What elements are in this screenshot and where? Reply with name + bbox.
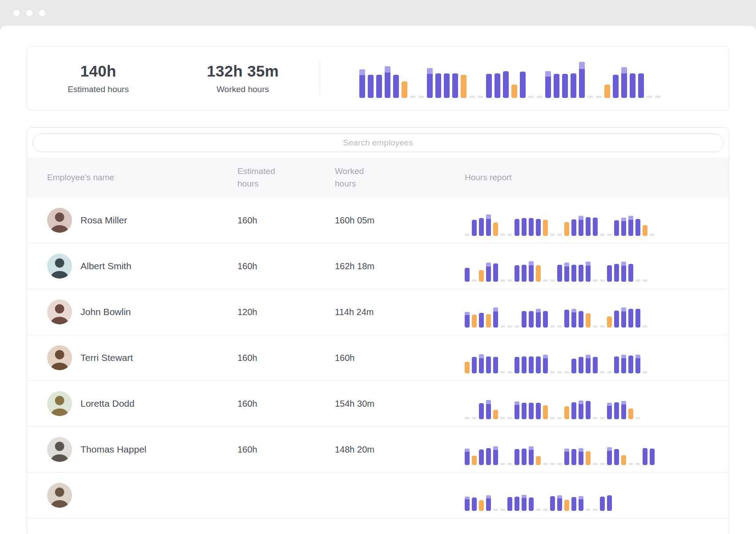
chart-empty-day xyxy=(600,325,605,328)
row-hours-chart[interactable] xyxy=(465,346,647,373)
row-hours-chart[interactable] xyxy=(465,208,655,236)
chart-empty-day xyxy=(655,96,661,98)
chart-bar xyxy=(550,496,555,511)
estimated-cell: 160h xyxy=(237,215,335,226)
chart-bar xyxy=(600,497,605,511)
chart-bar xyxy=(557,495,562,511)
table-row[interactable]: Loretta Dodd 160h 154h 30m xyxy=(27,381,729,427)
chart-empty-day xyxy=(587,96,593,98)
worked-cell: 154h 30m xyxy=(335,399,465,409)
chart-bar xyxy=(621,401,626,419)
employee-name: John Bowlin xyxy=(80,307,131,317)
chart-bar xyxy=(564,222,569,236)
chart-empty-day xyxy=(635,279,640,282)
window-dot[interactable] xyxy=(39,10,45,16)
chart-bar xyxy=(529,403,534,419)
chart-empty-day xyxy=(628,463,633,465)
chart-bar xyxy=(393,75,399,98)
chart-bar xyxy=(522,356,527,373)
chart-bar xyxy=(593,218,598,236)
chart-bar xyxy=(493,357,498,373)
chart-bar xyxy=(621,307,626,328)
chart-empty-day xyxy=(472,279,477,282)
chart-bar xyxy=(621,218,626,236)
chart-bar xyxy=(630,73,635,98)
chart-empty-day xyxy=(478,96,483,98)
chart-empty-day xyxy=(500,279,505,282)
chart-bar xyxy=(529,218,534,236)
chart-empty-day xyxy=(593,463,598,465)
employee-name: Loretta Dodd xyxy=(80,398,134,409)
chart-bar xyxy=(621,67,627,98)
chart-bar xyxy=(571,359,576,373)
chart-bar xyxy=(614,402,619,419)
chart-empty-day xyxy=(507,417,512,419)
chart-empty-day xyxy=(600,279,605,282)
chart-bar xyxy=(472,357,477,373)
search-input[interactable] xyxy=(32,134,724,152)
chart-empty-day xyxy=(507,463,512,465)
chart-bar xyxy=(465,362,470,373)
chart-bar xyxy=(586,355,591,373)
chart-empty-day xyxy=(515,325,519,328)
chart-empty-day xyxy=(469,96,475,98)
worked-cell: 162h 18m xyxy=(335,261,465,271)
chart-empty-day xyxy=(557,371,562,373)
chart-bar xyxy=(479,403,484,419)
chart-bar xyxy=(507,497,512,511)
table-row[interactable]: Terri Stewart 160h 160h xyxy=(27,335,729,381)
chart-bar xyxy=(435,73,441,98)
chart-bar xyxy=(493,446,498,465)
avatar xyxy=(47,483,72,508)
chart-bar xyxy=(614,311,619,328)
chart-bar xyxy=(536,356,541,373)
chart-empty-day xyxy=(500,325,505,328)
column-header-hours-report: Hours report xyxy=(465,171,709,184)
column-header-estimated: Estimated hours xyxy=(237,165,282,190)
chart-bar xyxy=(536,403,541,419)
chart-bar xyxy=(543,355,548,373)
window-dot[interactable] xyxy=(13,10,20,16)
row-hours-chart[interactable] xyxy=(465,392,640,419)
avatar xyxy=(47,299,72,324)
chart-bar xyxy=(522,218,527,236)
row-hours-chart[interactable] xyxy=(465,437,655,465)
table-row[interactable]: Albert Smith 160h 162h 18m xyxy=(27,243,729,289)
chart-bar xyxy=(461,75,466,98)
table-row[interactable]: Rosa Miller 160h 160h 05m xyxy=(27,198,729,243)
row-hours-chart[interactable] xyxy=(465,254,647,282)
chart-bar xyxy=(529,261,534,282)
chart-bar xyxy=(628,216,633,236)
chart-bar xyxy=(621,262,626,282)
chart-bar xyxy=(579,448,583,465)
row-hours-chart[interactable] xyxy=(465,483,612,511)
chart-bar xyxy=(564,310,569,328)
table-header: Employee’s name Estimated hours Worked h… xyxy=(27,158,729,198)
table-row[interactable]: John Bowlin 120h 114h 24m xyxy=(27,289,729,335)
summary-hours-chart[interactable] xyxy=(359,61,661,98)
estimated-cell: 160h xyxy=(237,445,335,455)
titlebar xyxy=(0,0,756,26)
chart-bar xyxy=(486,448,491,465)
row-hours-chart[interactable] xyxy=(465,300,647,328)
employee-name: Thomas Happel xyxy=(80,444,146,455)
chart-empty-day xyxy=(600,371,605,373)
chart-empty-day xyxy=(593,279,598,282)
chart-bar xyxy=(571,497,576,511)
table-row[interactable]: Thomas Happel 160h 148h 20m xyxy=(27,427,729,473)
employee-name: Rosa Miller xyxy=(80,215,127,226)
chart-empty-day xyxy=(507,325,512,328)
chart-bar xyxy=(359,69,365,98)
estimated-cell: 160h xyxy=(237,261,335,271)
chart-empty-day xyxy=(600,417,605,419)
chart-empty-day xyxy=(507,234,512,236)
chart-bar xyxy=(613,75,619,98)
chart-bar xyxy=(479,270,484,282)
avatar xyxy=(47,208,72,233)
window-dot[interactable] xyxy=(26,10,32,16)
chart-bar xyxy=(536,309,541,328)
chart-bar xyxy=(579,311,583,328)
table-row[interactable] xyxy=(27,473,729,518)
chart-bar xyxy=(465,497,470,511)
chart-bar xyxy=(571,402,576,419)
